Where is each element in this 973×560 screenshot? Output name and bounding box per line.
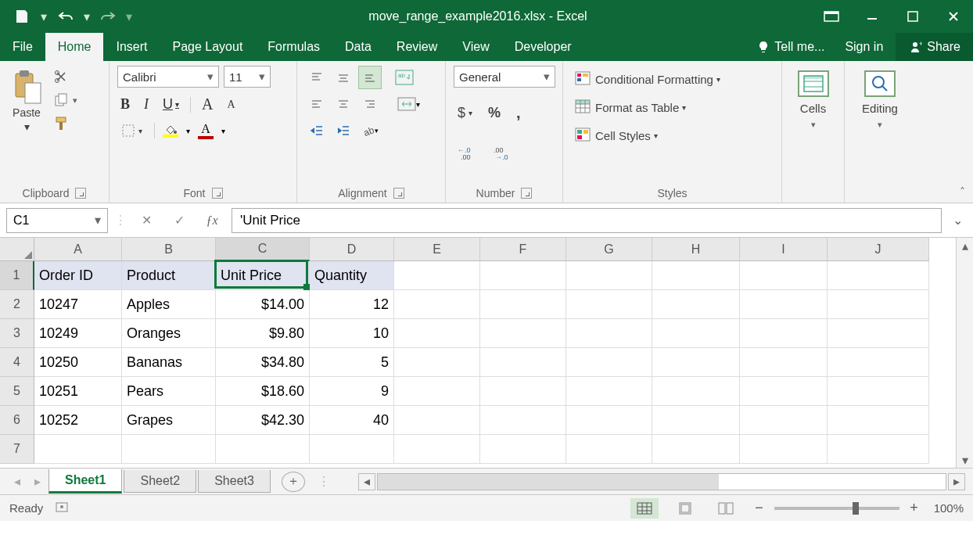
row-header-4[interactable]: 4: [0, 348, 34, 377]
align-top-button[interactable]: [305, 66, 329, 89]
underline-button[interactable]: U▾: [160, 95, 182, 114]
column-header-H[interactable]: H: [652, 238, 740, 261]
sheet-tab-3[interactable]: Sheet3: [198, 470, 271, 493]
cell-I7[interactable]: [740, 435, 828, 464]
cell-C7[interactable]: [216, 435, 310, 464]
cell-E1[interactable]: [394, 261, 480, 290]
zoom-in-button[interactable]: +: [907, 500, 921, 516]
format-painter-button[interactable]: [50, 113, 81, 135]
editing-button[interactable]: Editing ▾: [854, 66, 906, 135]
page-break-view-button[interactable]: [712, 498, 740, 519]
page-layout-view-button[interactable]: [671, 498, 699, 519]
cell-E6[interactable]: [394, 406, 480, 435]
cell-G2[interactable]: [566, 290, 652, 319]
cell-E7[interactable]: [394, 435, 480, 464]
cell-I5[interactable]: [740, 377, 828, 406]
cell-H7[interactable]: [652, 435, 740, 464]
ribbon-display-options-icon[interactable]: [812, 0, 851, 33]
fill-color-button[interactable]: [163, 124, 178, 138]
cell-G5[interactable]: [566, 377, 652, 406]
scroll-right-button[interactable]: ▸: [948, 473, 965, 490]
cell-B5[interactable]: Pears: [122, 377, 216, 406]
percent-format-button[interactable]: %: [484, 102, 504, 124]
qat-dropdown[interactable]: ▾: [38, 5, 50, 27]
share-button[interactable]: + Share: [896, 33, 973, 61]
cell-F4[interactable]: [480, 348, 566, 377]
cell-D6[interactable]: 40: [310, 406, 394, 435]
cell-E2[interactable]: [394, 290, 480, 319]
row-header-5[interactable]: 5: [0, 377, 34, 406]
save-icon[interactable]: [9, 5, 34, 27]
cell-J7[interactable]: [828, 435, 929, 464]
normal-view-button[interactable]: [630, 498, 659, 519]
cell-A7[interactable]: [34, 435, 122, 464]
row-header-6[interactable]: 6: [0, 406, 34, 435]
cell-H1[interactable]: [652, 261, 740, 290]
redo-dropdown[interactable]: ▾: [124, 5, 135, 27]
cell-C3[interactable]: $9.80: [216, 319, 310, 348]
cancel-formula-button[interactable]: ✕: [133, 208, 160, 233]
expand-formula-bar-button[interactable]: ⌄: [948, 213, 967, 228]
tab-data[interactable]: Data: [332, 33, 384, 61]
horizontal-scrollbar[interactable]: ◂ ▸: [358, 473, 965, 490]
cell-I3[interactable]: [740, 319, 828, 348]
cell-A3[interactable]: 10249: [34, 319, 122, 348]
cell-D5[interactable]: 9: [310, 377, 394, 406]
font-launcher[interactable]: [212, 188, 223, 199]
cell-D4[interactable]: 5: [310, 348, 394, 377]
cell-A6[interactable]: 10252: [34, 406, 122, 435]
vertical-scrollbar[interactable]: ▴ ▾: [956, 238, 973, 468]
scroll-left-button[interactable]: ◂: [358, 473, 375, 490]
cell-I1[interactable]: [740, 261, 828, 290]
align-left-button[interactable]: [305, 92, 329, 116]
tab-page-layout[interactable]: Page Layout: [160, 33, 255, 61]
fill-color-dropdown[interactable]: ▾: [186, 127, 190, 135]
tab-review[interactable]: Review: [384, 33, 450, 61]
cell-J6[interactable]: [828, 406, 929, 435]
cell-H3[interactable]: [652, 319, 740, 348]
decrease-decimal-button[interactable]: .00→.0: [490, 144, 518, 163]
italic-button[interactable]: I: [141, 95, 152, 114]
cell-A4[interactable]: 10250: [34, 348, 122, 377]
column-header-G[interactable]: G: [566, 238, 652, 261]
cell-G1[interactable]: [566, 261, 652, 290]
cell-I2[interactable]: [740, 290, 828, 319]
cell-B2[interactable]: Apples: [122, 290, 216, 319]
tab-developer[interactable]: Developer: [502, 33, 584, 61]
font-color-dropdown[interactable]: ▾: [221, 127, 225, 135]
cell-J1[interactable]: [828, 261, 929, 290]
column-header-I[interactable]: I: [740, 238, 828, 261]
tell-me-search[interactable]: Tell me...: [749, 33, 832, 61]
cell-D2[interactable]: 12: [310, 290, 394, 319]
paste-button[interactable]: Paste ▾: [8, 66, 45, 136]
zoom-track[interactable]: [774, 507, 899, 510]
cell-G4[interactable]: [566, 348, 652, 377]
font-color-button[interactable]: A: [198, 122, 214, 139]
cell-C6[interactable]: $42.30: [216, 406, 310, 435]
minimize-button[interactable]: [853, 0, 892, 33]
tab-formulas[interactable]: Formulas: [255, 33, 332, 61]
enter-formula-button[interactable]: ✓: [166, 208, 192, 233]
font-name-combo[interactable]: Calibri▾: [117, 66, 219, 88]
increase-indent-button[interactable]: [332, 119, 355, 142]
cell-F2[interactable]: [480, 290, 566, 319]
cell-J2[interactable]: [828, 290, 929, 319]
accounting-format-button[interactable]: $▾: [454, 102, 476, 124]
sheet-nav-next[interactable]: ▸: [28, 474, 47, 489]
cell-A2[interactable]: 10247: [34, 290, 122, 319]
cells-button[interactable]: Cells ▾: [790, 66, 837, 135]
cell-I6[interactable]: [740, 406, 828, 435]
align-bottom-button[interactable]: [358, 66, 382, 89]
cell-D7[interactable]: [310, 435, 394, 464]
align-middle-button[interactable]: [332, 66, 355, 89]
zoom-slider[interactable]: − +: [752, 500, 921, 516]
insert-function-button[interactable]: ƒx: [199, 208, 225, 233]
name-box[interactable]: C1▾: [6, 208, 108, 233]
cells-area[interactable]: Order IDProductUnit PriceQuantity10247Ap…: [34, 261, 956, 468]
cell-J5[interactable]: [828, 377, 929, 406]
tab-view[interactable]: View: [450, 33, 501, 61]
cell-F5[interactable]: [480, 377, 566, 406]
collapse-ribbon-button[interactable]: ˄: [960, 185, 965, 198]
merge-center-button[interactable]: ▾: [391, 92, 425, 116]
maximize-button[interactable]: [893, 0, 932, 33]
